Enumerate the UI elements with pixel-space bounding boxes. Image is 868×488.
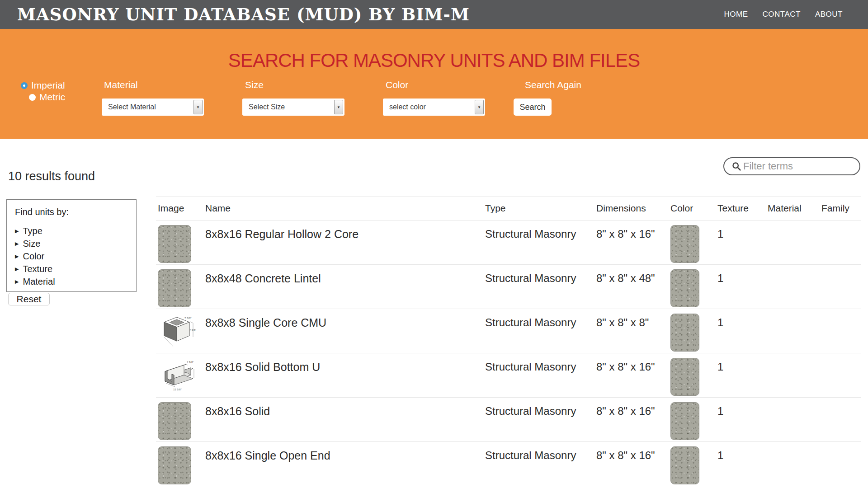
table-row[interactable]: 8x8x16 Single Open End Structural Masonr…	[156, 442, 861, 486]
unit-photo-thumbnail[interactable]	[158, 402, 191, 440]
facet-item-type[interactable]: ▶ Type	[15, 225, 136, 237]
caret-right-icon[interactable]: ▶	[15, 241, 19, 246]
unit-type: Structural Masonry	[483, 309, 594, 329]
facet-item-texture[interactable]: ▶ Texture	[15, 263, 136, 275]
table-row[interactable]: 8x8x16 Solid Structural Masonry 8" x 8" …	[156, 398, 861, 442]
svg-text:7 5/8": 7 5/8"	[187, 361, 193, 363]
top-header-bar: MASONRY UNIT DATABASE (MUD) BY BIM-M HOM…	[0, 0, 868, 29]
material-select-value: Select Material	[102, 103, 193, 111]
unit-photo-thumbnail[interactable]	[158, 225, 191, 263]
top-navigation: HOME CONTACT ABOUT	[724, 10, 868, 19]
unit-color-cell	[669, 442, 716, 484]
unit-material	[766, 353, 820, 361]
unit-texture: 1	[716, 309, 766, 329]
unit-image-cell: 7 5/8" 7 5/8"	[156, 309, 203, 353]
nav-about[interactable]: ABOUT	[815, 10, 843, 19]
caret-right-icon[interactable]: ▶	[15, 279, 19, 284]
reset-button[interactable]: Reset	[8, 293, 50, 305]
unit-texture: 1	[716, 353, 766, 373]
metric-radio-button[interactable]	[29, 94, 36, 101]
column-header-image: Image	[156, 203, 203, 214]
size-select-arrow-icon[interactable]: ▼	[334, 100, 343, 114]
color-label: Color	[386, 80, 408, 90]
unit-image-cell: 7 5/8" 15 5/8"	[156, 353, 203, 398]
unit-texture: 1	[716, 442, 766, 462]
nav-home[interactable]: HOME	[724, 10, 748, 19]
cmu-isometric-drawing[interactable]: 7 5/8" 7 5/8"	[158, 314, 196, 352]
color-swatch	[670, 269, 699, 307]
size-select[interactable]: Select Size ▼	[242, 99, 344, 116]
imperial-radio-label: Imperial	[31, 80, 65, 91]
facet-item-size[interactable]: ▶ Size	[15, 237, 136, 250]
unit-name[interactable]: 8x8x16 Solid Bottom U	[203, 353, 483, 374]
u-block-isometric-drawing[interactable]: 7 5/8" 15 5/8"	[158, 358, 196, 396]
facet-item-material[interactable]: ▶ Material	[15, 275, 136, 288]
caret-right-icon[interactable]: ▶	[15, 267, 19, 272]
results-table-header: Image Name Type Dimensions Color Texture…	[156, 196, 861, 221]
unit-material	[766, 221, 820, 228]
unit-image-cell	[156, 442, 203, 484]
unit-material	[766, 309, 820, 316]
unit-type: Structural Masonry	[483, 265, 594, 285]
material-select[interactable]: Select Material ▼	[102, 99, 204, 116]
facet-item-label: Color	[23, 251, 44, 262]
unit-name[interactable]: 8x8x16 Regular Hollow 2 Core	[203, 221, 483, 241]
unit-color-cell	[669, 265, 716, 307]
imperial-radio-row[interactable]: Imperial	[21, 80, 65, 91]
search-again-label: Search Again	[525, 80, 581, 90]
unit-name[interactable]: 8x8x16 Single Open End	[203, 442, 483, 462]
unit-photo-thumbnail[interactable]	[158, 269, 191, 307]
facet-item-color[interactable]: ▶ Color	[15, 250, 136, 263]
table-row[interactable]: 8x8x16 Regular Hollow 2 Core Structural …	[156, 221, 861, 265]
color-swatch	[670, 225, 699, 263]
facet-item-label: Texture	[23, 264, 52, 274]
filter-terms-input[interactable]	[743, 160, 852, 172]
search-hero: SEARCH FOR MASONRY UNITS AND BIM FILES I…	[0, 29, 868, 139]
unit-type: Structural Masonry	[483, 221, 594, 240]
table-row[interactable]: 8x8x48 Concrete Lintel Structural Masonr…	[156, 265, 861, 309]
caret-right-icon[interactable]: ▶	[15, 229, 19, 234]
caret-right-icon[interactable]: ▶	[15, 254, 19, 259]
unit-family	[820, 221, 861, 228]
unit-photo-thumbnail[interactable]	[158, 446, 191, 484]
unit-texture: 1	[716, 221, 766, 240]
color-swatch	[670, 314, 699, 352]
size-select-value: Select Size	[242, 103, 334, 111]
unit-dimensions: 8" x 8" x 16"	[594, 442, 669, 462]
unit-name[interactable]: 8x8x16 Solid	[203, 398, 483, 418]
color-select-arrow-icon[interactable]: ▼	[475, 100, 484, 114]
svg-text:15 5/8": 15 5/8"	[173, 388, 182, 391]
metric-radio-row[interactable]: Metric	[29, 91, 65, 103]
table-row[interactable]: 7 5/8" 7 5/8" 8x8x8 Single Core CMU Stru…	[156, 309, 861, 353]
unit-material	[766, 398, 820, 405]
unit-dimensions: 8" x 8" x 48"	[594, 265, 669, 285]
imperial-radio-button[interactable]	[21, 82, 28, 89]
search-icon	[731, 161, 741, 171]
filter-terms-field[interactable]	[723, 157, 860, 175]
table-row[interactable]: 7 5/8" 15 5/8" 8x8x16 Solid Bottom U Str…	[156, 353, 861, 398]
column-header-texture: Texture	[716, 203, 766, 214]
unit-image-cell	[156, 221, 203, 263]
color-select[interactable]: select color ▼	[383, 99, 485, 116]
unit-texture: 1	[716, 265, 766, 285]
metric-radio-label: Metric	[39, 92, 65, 103]
column-header-material: Material	[766, 203, 820, 214]
unit-dimensions: 8" x 8" x 16"	[594, 221, 669, 240]
unit-name[interactable]: 8x8x8 Single Core CMU	[203, 309, 483, 329]
size-label: Size	[245, 80, 264, 90]
unit-color-cell	[669, 309, 716, 352]
unit-dimensions: 8" x 8" x 8"	[594, 309, 669, 329]
column-header-name: Name	[203, 203, 483, 214]
unit-family	[820, 442, 861, 449]
facet-item-label: Size	[23, 239, 40, 249]
unit-name[interactable]: 8x8x48 Concrete Lintel	[203, 265, 483, 285]
unit-color-cell	[669, 353, 716, 396]
color-swatch	[670, 446, 699, 484]
nav-contact[interactable]: CONTACT	[763, 10, 801, 19]
facet-item-label: Type	[23, 226, 42, 236]
results-table: Image Name Type Dimensions Color Texture…	[156, 196, 861, 486]
unit-family	[820, 353, 861, 361]
material-select-arrow-icon[interactable]: ▼	[193, 100, 203, 114]
search-button[interactable]: Search	[514, 99, 552, 116]
unit-dimensions: 8" x 8" x 16"	[594, 398, 669, 418]
